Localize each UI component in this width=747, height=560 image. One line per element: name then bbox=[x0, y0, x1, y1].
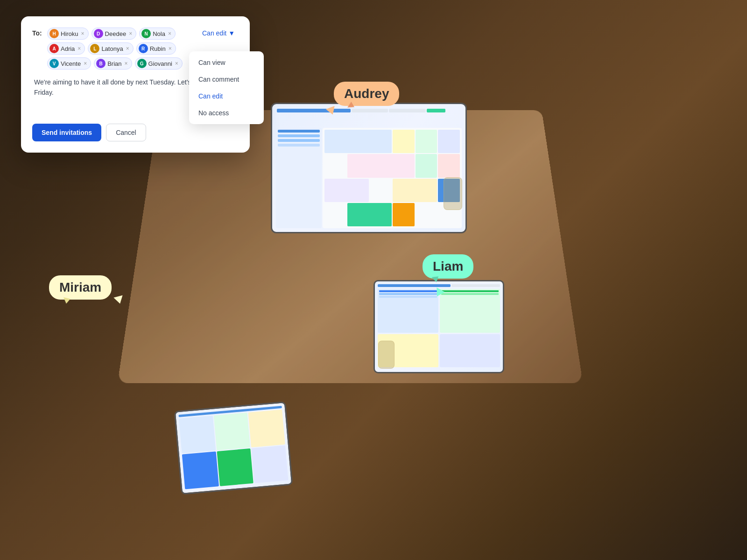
recipient-chip: NNola× bbox=[139, 28, 176, 40]
chip-name: Latonya bbox=[101, 45, 123, 52]
chip-remove[interactable]: × bbox=[81, 30, 85, 37]
chip-remove[interactable]: × bbox=[84, 60, 87, 67]
glass2 bbox=[378, 341, 395, 369]
dropdown-item[interactable]: Can comment bbox=[189, 71, 264, 88]
actions-row: Send invitations Cancel bbox=[32, 124, 239, 141]
bubble-liam: Liam bbox=[423, 254, 473, 279]
recipient-chip: AAdria× bbox=[47, 42, 85, 55]
chip-remove[interactable]: × bbox=[168, 30, 171, 37]
chip-name: Hiroku bbox=[61, 30, 78, 37]
chip-avatar: V bbox=[49, 59, 59, 68]
laptop bbox=[271, 103, 467, 233]
tablet2 bbox=[174, 401, 293, 495]
chip-avatar: G bbox=[137, 59, 147, 68]
recipients-list: HHiroku×DDeedee×NNola×AAdria×LLatonya×RR… bbox=[47, 28, 195, 70]
chip-name: Adria bbox=[61, 45, 75, 52]
chip-name: Vicente bbox=[61, 60, 81, 67]
dropdown-item[interactable]: No access bbox=[189, 105, 264, 121]
recipient-chip: RRubin× bbox=[136, 42, 176, 55]
bubble-audrey: Audrey bbox=[334, 82, 399, 106]
chip-avatar: L bbox=[90, 44, 99, 53]
chip-remove[interactable]: × bbox=[129, 30, 132, 37]
tablet2-screen bbox=[176, 403, 291, 493]
chip-name: Rubin bbox=[150, 45, 166, 52]
chip-avatar: H bbox=[49, 29, 59, 38]
chip-avatar: D bbox=[94, 29, 103, 38]
chip-name: Brian bbox=[107, 60, 121, 67]
chip-remove[interactable]: × bbox=[175, 60, 178, 67]
to-label: To: bbox=[32, 28, 43, 37]
cancel-button[interactable]: Cancel bbox=[106, 124, 146, 141]
chip-avatar: B bbox=[96, 59, 106, 68]
glass bbox=[444, 177, 462, 210]
chip-remove[interactable]: × bbox=[169, 45, 172, 52]
miriam-label: Miriam bbox=[59, 280, 101, 295]
recipient-chip: GGiovanni× bbox=[135, 57, 183, 70]
chip-remove[interactable]: × bbox=[125, 60, 128, 67]
recipient-chip: LLatonya× bbox=[88, 42, 133, 55]
permission-dropdown: Can viewCan commentCan editNo access bbox=[189, 51, 264, 124]
chip-name: Giovanni bbox=[148, 60, 172, 67]
permission-button[interactable]: Can edit ▼ bbox=[198, 28, 239, 39]
chip-remove[interactable]: × bbox=[78, 45, 81, 52]
dropdown-item[interactable]: Can view bbox=[189, 54, 264, 71]
bubble-miriam: Miriam bbox=[49, 275, 112, 300]
permission-label: Can edit bbox=[202, 29, 226, 37]
chip-avatar: N bbox=[141, 29, 151, 38]
liam-label: Liam bbox=[433, 259, 463, 274]
chip-name: Deedee bbox=[105, 30, 127, 37]
laptop-screen bbox=[272, 104, 465, 232]
chip-name: Nola bbox=[153, 30, 165, 37]
audrey-label: Audrey bbox=[344, 86, 389, 101]
recipient-chip: BBrian× bbox=[94, 57, 132, 70]
chip-avatar: A bbox=[49, 44, 59, 53]
recipient-chip: HHiroku× bbox=[47, 28, 89, 40]
chip-remove[interactable]: × bbox=[126, 45, 129, 52]
send-invitations-button[interactable]: Send invitations bbox=[32, 124, 101, 141]
permission-arrow: ▼ bbox=[228, 29, 235, 37]
dropdown-item[interactable]: Can edit bbox=[189, 88, 264, 105]
chip-avatar: R bbox=[139, 44, 148, 53]
recipient-chip: VVicente× bbox=[47, 57, 91, 70]
recipient-chip: DDeedee× bbox=[92, 28, 137, 40]
